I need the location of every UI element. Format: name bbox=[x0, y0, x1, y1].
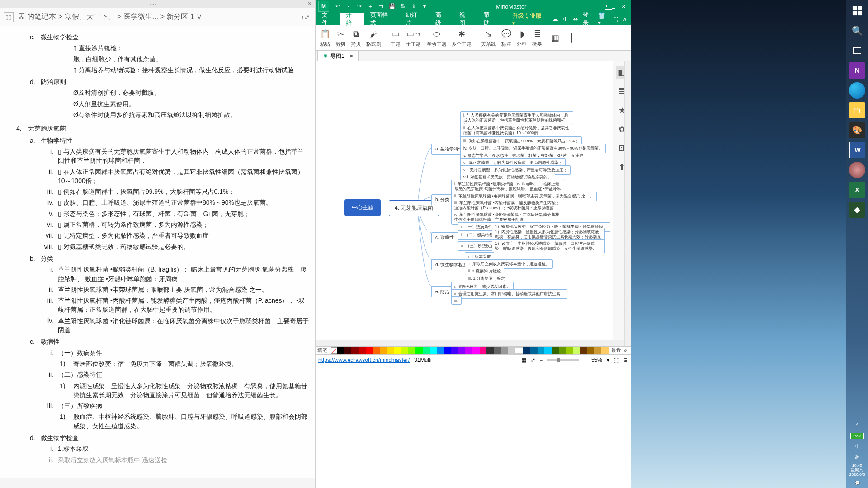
taskbar-avatar[interactable] bbox=[849, 162, 865, 178]
notebook-icon[interactable]: ▯▯ bbox=[4, 12, 14, 22]
menu-pagestyle[interactable]: 页面样式 bbox=[364, 13, 400, 25]
view-mode2-icon[interactable]: ⤢ bbox=[531, 357, 535, 363]
boundary-button[interactable]: ◗外框 bbox=[514, 28, 529, 47]
breadcrumb[interactable]: 孟 的笔记本 > 寒假、大二下、 > 医学微生... > 新分区 1 ∨ bbox=[18, 12, 295, 22]
taskbar-edge[interactable] bbox=[849, 82, 865, 99]
menu-view[interactable]: 视图 bbox=[453, 13, 477, 25]
zoom-value[interactable]: 55% bbox=[591, 357, 602, 363]
branch-c[interactable]: c. 致病性 bbox=[431, 232, 458, 243]
doc-tab[interactable]: ✺ 导图1 bbox=[317, 51, 359, 61]
send-icon[interactable]: ✈ bbox=[563, 15, 568, 23]
note-content[interactable]: c.微生物学检查 ▯ 直接涂片镜检： 胞，白细胞少，伴有其他杂菌。 ▯ 分离培养… bbox=[0, 26, 315, 478]
leaf[interactable]: iii. （三）所致疾病 bbox=[458, 241, 497, 251]
sep-icon: - bbox=[344, 2, 353, 10]
eyedropper-icon[interactable]: ✐ bbox=[624, 347, 628, 353]
layout-button[interactable]: ┼ bbox=[566, 32, 577, 44]
paint-icon: 🎨 bbox=[852, 125, 862, 135]
list-marker: c. bbox=[30, 33, 41, 42]
taskbar-app[interactable]: ◆ bbox=[849, 202, 865, 218]
menu-slide[interactable]: 幻灯片 bbox=[399, 13, 429, 25]
leaf[interactable]: 1）败血症、中枢神经系统感染、脑脓肿、口腔与牙龈感染、呼吸道感染、腹部和会阴部感… bbox=[492, 239, 605, 253]
branch-b[interactable]: b. 分类 bbox=[431, 194, 453, 205]
leaf[interactable]: ii. （二）感染特征 bbox=[458, 230, 496, 240]
topic-button[interactable]: ▭主题 bbox=[388, 28, 403, 47]
line: ▯ 例如在肠道菌群中，厌氧菌占99.9%，大肠杆菌等只占0.1%； bbox=[58, 187, 235, 196]
paste-button[interactable]: 📋粘贴 bbox=[317, 28, 333, 47]
relation-button[interactable]: ↘关系线 bbox=[478, 28, 499, 47]
new-icon[interactable]: ＋ bbox=[366, 2, 374, 10]
statusbar: https://www.edrawsoft.cn/mindmaster/ 31M… bbox=[316, 354, 631, 365]
battery-icon[interactable]: 100% bbox=[850, 433, 864, 439]
summary-button[interactable]: ≣概要 bbox=[529, 28, 545, 47]
undo-icon[interactable]: ↶ bbox=[334, 2, 342, 10]
zoom-dropdown-icon[interactable]: ▾ bbox=[607, 357, 609, 363]
branch-e[interactable]: e. 防治 bbox=[431, 286, 453, 297]
app-logo-icon[interactable]: M bbox=[318, 1, 329, 12]
qat-dropdown-icon[interactable]: ▾ bbox=[420, 2, 429, 10]
taskbar-excel[interactable]: X bbox=[849, 182, 865, 198]
leaf[interactable]: ii. 在人体正常菌群中厌氧菌占有绝对优势，是其它非厌氧性细菌（需氧菌和兼性厌氧… bbox=[460, 124, 573, 138]
center-topic[interactable]: 中心主题 bbox=[344, 199, 381, 216]
horizontal-scrollbar[interactable] bbox=[316, 340, 624, 346]
tray-expand-icon[interactable]: ˄ bbox=[856, 423, 859, 429]
task-view-button[interactable] bbox=[849, 42, 865, 59]
zoom-slider[interactable] bbox=[547, 359, 579, 361]
cloud-icon[interactable]: ☁ bbox=[552, 15, 558, 23]
collapse-ribbon-icon[interactable]: ∧ bbox=[623, 15, 627, 23]
no-fill-swatch[interactable] bbox=[331, 347, 337, 354]
clock[interactable]: 18:45 星期六 2020/6/6 bbox=[849, 464, 865, 477]
window-layout-icon[interactable]: ⬚ bbox=[612, 15, 618, 23]
zoom-in-icon[interactable]: + bbox=[584, 357, 587, 363]
taskbar-explorer[interactable]: 🗀 bbox=[849, 102, 865, 118]
taskbar-onenote[interactable]: N bbox=[849, 62, 865, 79]
status-url[interactable]: https://www.edrawsoft.cn/mindmaster/ bbox=[318, 357, 410, 363]
menu-file[interactable]: 文件 bbox=[316, 13, 340, 25]
view-mode1-icon[interactable]: ▦ bbox=[521, 357, 526, 363]
close-icon[interactable]: ✕ bbox=[619, 3, 628, 10]
close-icon[interactable]: ✕ bbox=[307, 0, 312, 7]
restore-icon[interactable] bbox=[606, 3, 615, 10]
start-button[interactable] bbox=[849, 3, 865, 19]
quick-access-toolbar: ↶ - ↷ ＋ 🗀 💾 🖶 ⇪ ▾ bbox=[334, 2, 429, 10]
save-icon[interactable]: 💾 bbox=[388, 2, 396, 10]
ime-mode-icon[interactable]: あ bbox=[855, 453, 860, 460]
color-swatches[interactable] bbox=[337, 347, 609, 354]
upgrade-button[interactable]: 升级专业版 ▾ bbox=[506, 13, 552, 25]
nav-expand-icon[interactable]: ↕⤢ bbox=[299, 14, 311, 21]
search-button[interactable]: 🔍 bbox=[849, 23, 865, 39]
line: 寄居部位改变；宿主免疫力下降；菌群失调；厌氧微环境。 bbox=[73, 359, 238, 368]
fit-page-icon[interactable]: ⬚ bbox=[614, 357, 619, 363]
menu-advanced[interactable]: 高级 bbox=[429, 13, 453, 25]
svg-rect-0 bbox=[853, 6, 857, 10]
menu-help[interactable]: 帮助 bbox=[477, 13, 501, 25]
callout-button[interactable]: 💬标注 bbox=[499, 28, 514, 47]
open-icon[interactable]: 🗀 bbox=[377, 2, 385, 10]
export-icon[interactable]: ⇪ bbox=[410, 2, 418, 10]
shirt-icon[interactable]: 👕▾ bbox=[598, 12, 608, 26]
share-icon[interactable]: ⇔ bbox=[573, 15, 578, 23]
taskbar-word[interactable]: W bbox=[849, 142, 865, 158]
vertical-scrollbar[interactable] bbox=[624, 61, 631, 346]
ime-icon[interactable]: 中 bbox=[855, 443, 860, 450]
taskbar-paint[interactable]: 🎨 bbox=[849, 122, 865, 138]
menu-start[interactable]: 开始 bbox=[340, 13, 363, 25]
fit-width-icon[interactable]: ⊟ bbox=[623, 357, 628, 363]
multi-topic-button[interactable]: ✱多个主题 bbox=[449, 28, 474, 47]
floating-topic-button[interactable]: ⬭浮动主题 bbox=[424, 28, 449, 47]
line: 革兰阳性厌氧杆菌 •丙酸杆菌属：能发酵糖类产生丙酸；痤疮丙酸杆菌（P. acne… bbox=[58, 296, 309, 314]
brush-icon: 🖌 bbox=[370, 28, 378, 40]
minimize-icon[interactable]: ― bbox=[594, 3, 603, 10]
cut-button[interactable]: ✂剪切 bbox=[333, 28, 348, 47]
subtopic-button[interactable]: ▭⇢子主题 bbox=[403, 28, 424, 47]
zoom-out-icon[interactable]: − bbox=[540, 357, 543, 363]
table-button[interactable]: ▦ bbox=[549, 32, 562, 44]
leaf[interactable]: iii. bbox=[451, 296, 462, 305]
leaf[interactable]: ii. 合理使用抗生素。常用甲硝唑、替硝唑或其他广谱抗生素。 bbox=[451, 289, 567, 299]
redo-icon[interactable]: ↷ bbox=[355, 2, 363, 10]
notification-icon[interactable]: 💬 bbox=[855, 481, 860, 485]
format-painter-button[interactable]: 🖌格式刷 bbox=[363, 28, 384, 47]
login-button[interactable]: 登录 bbox=[583, 11, 594, 27]
copy-button[interactable]: ⧉拷贝 bbox=[348, 28, 363, 47]
mindmap-canvas[interactable]: 中心主题 4. 无芽胞厌氧菌 a. 生物学特性 b. 分类 c. 致病性 d. … bbox=[316, 61, 631, 346]
print-icon[interactable]: 🖶 bbox=[399, 2, 407, 10]
